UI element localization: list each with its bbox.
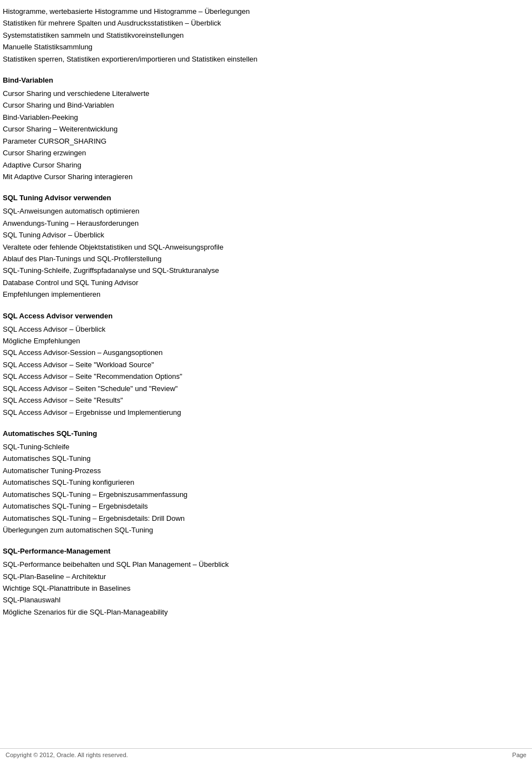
content-section: SQL-Performance-ManagementSQL-Performanc…: [3, 546, 521, 618]
section-item: Wichtige SQL-Planattribute in Baselines: [3, 582, 521, 594]
content-section: SQL Access Advisor verwendenSQL Access A…: [3, 311, 521, 418]
section-item: SQL-Tuning-Schleife: [3, 441, 521, 453]
section-title: SQL Tuning Advisor verwenden: [3, 192, 521, 204]
section-item: Empfehlungen implementieren: [3, 288, 521, 300]
section-item: SQL-Tuning-Schleife, Zugriffspfadanalyse…: [3, 265, 521, 276]
intro-section: Histogramme, wertebasierte Histogramme u…: [3, 6, 521, 65]
intro-item: Systemstatistiken sammeln und Statistikv…: [3, 29, 521, 41]
section-item: SQL-Planauswahl: [3, 594, 521, 606]
section-item: Cursor Sharing und Bind-Variablen: [3, 99, 521, 111]
section-item: Ablauf des Plan-Tunings und SQL-Profiler…: [3, 253, 521, 265]
section-item: Bind-Variablen-Peeking: [3, 111, 521, 123]
section-title: Automatisches SQL-Tuning: [3, 428, 521, 440]
section-item: Automatisches SQL-Tuning konfigurieren: [3, 476, 521, 488]
section-title: SQL Access Advisor verwenden: [3, 311, 521, 322]
section-item: Automatisches SQL-Tuning – Ergebnisdetai…: [3, 513, 521, 524]
section-item: SQL-Anweisungen automatisch optimieren: [3, 205, 521, 217]
section-item: Mögliche Empfehlungen: [3, 335, 521, 347]
section-item: SQL-Plan-Baseline – Architektur: [3, 571, 521, 582]
intro-item: Statistiken für mehrere Spalten und Ausd…: [3, 17, 521, 29]
section-item: SQL-Performance beibehalten und SQL Plan…: [3, 559, 521, 570]
section-item: SQL Access Advisor – Seite "Recommendati…: [3, 371, 521, 382]
section-item: Automatisches SQL-Tuning – Ergebniszusam…: [3, 489, 521, 500]
page-content: Histogramme, wertebasierte Histogramme u…: [0, 0, 532, 650]
section-item: Adaptive Cursor Sharing: [3, 159, 521, 171]
section-item: Mögliche Szenarios für die SQL-Plan-Mana…: [3, 606, 521, 618]
section-item: SQL Access Advisor – Seiten "Schedule" u…: [3, 383, 521, 394]
section-item: SQL Access Advisor – Überblick: [3, 323, 521, 335]
section-item: Automatischer Tuning-Prozess: [3, 465, 521, 476]
section-item: SQL Access Advisor – Seite "Workload Sou…: [3, 359, 521, 371]
section-item: SQL Access Advisor-Session – Ausgangsopt…: [3, 347, 521, 358]
section-item: SQL Tuning Advisor – Überblick: [3, 229, 521, 241]
footer: Copyright © 2012, Oracle. All rights res…: [0, 748, 532, 761]
intro-item: Statistiken sperren, Statistiken exporti…: [3, 53, 521, 65]
intro-item: Histogramme, wertebasierte Histogramme u…: [3, 6, 521, 17]
section-title: SQL-Performance-Management: [3, 546, 521, 557]
section-item: Cursor Sharing – Weiterentwicklung: [3, 123, 521, 135]
section-item: Database Control und SQL Tuning Advisor: [3, 277, 521, 288]
intro-item: Manuelle Statistiksammlung: [3, 41, 521, 53]
section-item: Parameter CURSOR_SHARING: [3, 135, 521, 147]
section-item: Cursor Sharing erzwingen: [3, 147, 521, 159]
content-section: Bind-VariablenCursor Sharing und verschi…: [3, 75, 521, 182]
section-item: Überlegungen zum automatischen SQL-Tunin…: [3, 524, 521, 536]
section-item: Mit Adaptive Cursor Sharing interagieren: [3, 171, 521, 182]
section-item: SQL Access Advisor – Ergebnisse und Impl…: [3, 407, 521, 418]
section-item: Automatisches SQL-Tuning – Ergebnisdetai…: [3, 500, 521, 512]
section-title: Bind-Variablen: [3, 75, 521, 87]
content-section: Automatisches SQL-TuningSQL-Tuning-Schle…: [3, 428, 521, 536]
section-item: SQL Access Advisor – Seite "Results": [3, 394, 521, 406]
section-item: Anwendungs-Tuning – Herausforderungen: [3, 217, 521, 229]
copyright-text: Copyright © 2012, Oracle. All rights res…: [6, 752, 128, 758]
section-item: Cursor Sharing und verschiedene Literalw…: [3, 88, 521, 99]
section-item: Veraltete oder fehlende Objektstatistike…: [3, 241, 521, 253]
content-section: SQL Tuning Advisor verwendenSQL-Anweisun…: [3, 192, 521, 300]
section-item: Automatisches SQL-Tuning: [3, 453, 521, 464]
page-label: Page: [512, 752, 526, 758]
